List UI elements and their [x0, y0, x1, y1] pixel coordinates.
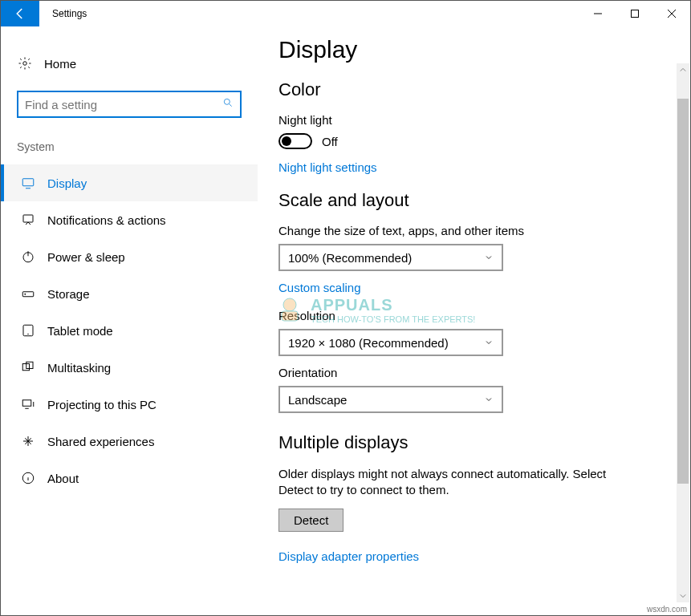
sidebar-item-label: Storage: [47, 287, 90, 301]
multiple-help: Older displays might not always connect …: [278, 466, 624, 499]
sidebar-item-notifications[interactable]: Notifications & actions: [1, 201, 258, 238]
chevron-down-icon: [484, 393, 494, 407]
maximize-button[interactable]: [616, 1, 653, 26]
projecting-icon: [20, 397, 36, 411]
sidebar-item-about[interactable]: About: [1, 460, 258, 496]
resolution-label: Resolution: [278, 309, 677, 322]
resolution-dropdown[interactable]: 1920 × 1080 (Recommended): [278, 329, 503, 356]
notifications-icon: [20, 213, 36, 227]
scale-dropdown[interactable]: 100% (Recommended): [278, 244, 503, 271]
home-button[interactable]: Home: [1, 46, 258, 81]
shared-icon: [20, 434, 36, 448]
sidebar: Home System Display Notifications & acti…: [1, 26, 258, 615]
nightlight-label: Night light: [278, 113, 677, 127]
minimize-button[interactable]: [579, 1, 616, 26]
chevron-down-icon: [484, 251, 494, 265]
section-color: Color: [278, 79, 677, 100]
source-corner: wsxdn.com: [647, 605, 687, 614]
page-title: Display: [278, 36, 677, 63]
search-field[interactable]: [25, 98, 222, 111]
sidebar-item-storage[interactable]: Storage: [1, 275, 258, 312]
svg-point-7: [25, 294, 26, 294]
scale-label: Change the size of text, apps, and other…: [278, 224, 677, 237]
svg-point-1: [23, 62, 27, 66]
power-icon: [20, 249, 36, 264]
svg-point-2: [224, 99, 230, 104]
scroll-up-button[interactable]: [677, 63, 689, 76]
scale-value: 100% (Recommended): [288, 251, 412, 265]
orientation-value: Landscape: [288, 393, 347, 407]
tablet-icon: [20, 323, 36, 338]
sidebar-item-label: Multitasking: [47, 361, 111, 375]
multitasking-icon: [20, 360, 36, 375]
nightlight-state: Off: [322, 135, 338, 148]
detect-button[interactable]: Detect: [278, 509, 343, 532]
sidebar-item-power[interactable]: Power & sleep: [1, 238, 258, 275]
svg-rect-0: [632, 10, 639, 18]
main-content: Display Color Night light Off Night ligh…: [278, 26, 677, 615]
sidebar-item-label: Power & sleep: [47, 250, 125, 264]
sidebar-item-shared[interactable]: Shared experiences: [1, 423, 258, 460]
about-icon: [20, 471, 36, 485]
back-button[interactable]: [1, 1, 39, 26]
scrollbar[interactable]: [677, 63, 689, 602]
display-icon: [20, 176, 36, 190]
gear-icon: [17, 56, 33, 71]
sidebar-item-label: Tablet mode: [47, 324, 113, 338]
svg-rect-3: [22, 179, 34, 186]
section-multiple: Multiple displays: [278, 432, 677, 453]
svg-rect-11: [22, 400, 31, 407]
svg-rect-4: [23, 215, 33, 222]
search-input[interactable]: [17, 91, 242, 118]
sidebar-item-label: Projecting to this PC: [47, 398, 156, 411]
scroll-down-button[interactable]: [677, 590, 689, 602]
window-title: Settings: [39, 1, 87, 26]
search-icon: [222, 97, 234, 111]
close-button[interactable]: [653, 1, 690, 26]
home-label: Home: [44, 57, 76, 71]
adapter-link[interactable]: Display adapter properties: [278, 549, 677, 563]
sidebar-item-label: Notifications & actions: [47, 213, 166, 227]
sidebar-item-tablet[interactable]: Tablet mode: [1, 312, 258, 349]
sidebar-item-multitasking[interactable]: Multitasking: [1, 349, 258, 386]
storage-icon: [20, 286, 36, 301]
chevron-down-icon: [484, 336, 494, 350]
resolution-value: 1920 × 1080 (Recommended): [288, 336, 449, 350]
section-scale: Scale and layout: [278, 190, 677, 211]
sidebar-item-projecting[interactable]: Projecting to this PC: [1, 386, 258, 423]
sidebar-item-label: About: [47, 472, 79, 485]
sidebar-item-display[interactable]: Display: [1, 164, 258, 201]
orientation-label: Orientation: [278, 366, 677, 379]
title-bar: Settings: [1, 1, 690, 26]
custom-scaling-link[interactable]: Custom scaling: [278, 281, 677, 294]
orientation-dropdown[interactable]: Landscape: [278, 386, 503, 413]
scrollbar-thumb[interactable]: [677, 99, 689, 484]
nightlight-settings-link[interactable]: Night light settings: [278, 160, 677, 174]
nightlight-toggle[interactable]: [278, 133, 312, 149]
sidebar-item-label: Shared experiences: [47, 435, 154, 448]
sidebar-item-label: Display: [47, 176, 87, 190]
group-header: System: [1, 140, 258, 153]
